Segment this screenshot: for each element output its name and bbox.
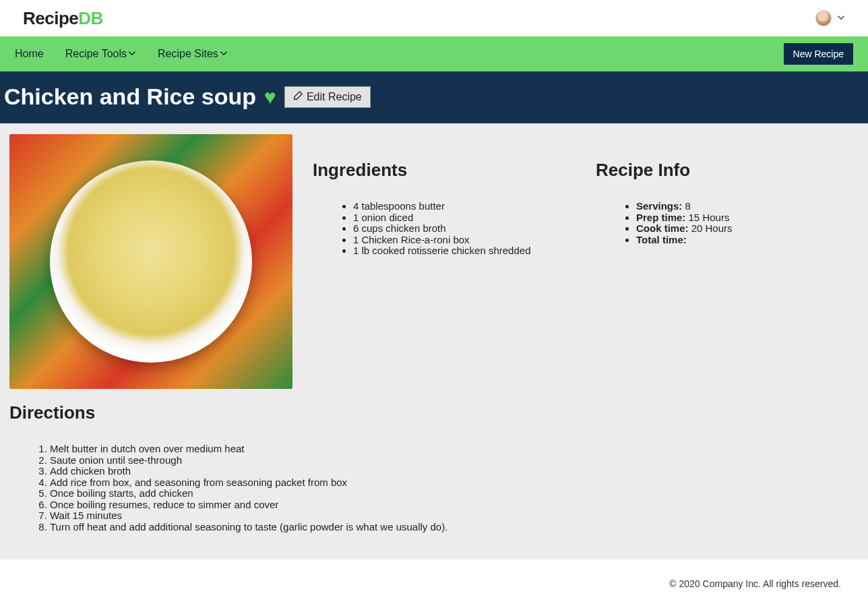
logo[interactable]: RecipeDB [23, 8, 103, 29]
footer: © 2020 Company Inc. All rights reserved. [0, 559, 868, 608]
servings-label: Servings: [636, 200, 682, 212]
direction-step: Once boiling resumes, reduce to simmer a… [50, 499, 859, 511]
direction-step: Wait 15 minutes [50, 510, 859, 522]
info-cook: Cook time: 20 Hours [636, 223, 859, 235]
header: RecipeDB [0, 0, 868, 36]
total-label: Total time: [636, 234, 687, 245]
recipe-info-heading: Recipe Info [596, 160, 859, 181]
direction-step: Once boiling starts, add chicken [50, 488, 859, 499]
recipe-info-section: Recipe Info Servings: 8 Prep time: 15 Ho… [596, 134, 859, 245]
info-servings: Servings: 8 [636, 201, 859, 212]
recipe-image [9, 134, 292, 389]
nav-home[interactable]: Home [15, 48, 44, 60]
ingredient-item: 4 tablespoons butter [353, 201, 576, 212]
title-bar: Chicken and Rice soup ♥ Edit Recipe [0, 71, 868, 123]
directions-list: Melt butter in dutch oven over medium he… [9, 444, 859, 533]
cook-value: 20 Hours [689, 222, 733, 234]
nav-tools-label: Recipe Tools [65, 48, 127, 60]
content: Ingredients 4 tablespoons butter1 onion … [0, 123, 868, 559]
direction-step: Saute onion until see-through [50, 455, 859, 466]
directions-heading: Directions [9, 402, 859, 423]
nav-recipe-tools[interactable]: Recipe Tools [65, 48, 136, 60]
ingredients-heading: Ingredients [313, 160, 576, 181]
direction-step: Melt butter in dutch oven over medium he… [50, 444, 859, 455]
top-grid: Ingredients 4 tablespoons butter1 onion … [9, 134, 859, 389]
ingredients-list: 4 tablespoons butter1 onion diced6 cups … [313, 201, 576, 257]
bowl-illustration [50, 160, 252, 363]
ingredient-item: 6 cups chicken broth [353, 223, 576, 235]
direction-step: Turn off heat and add additional seasoni… [50, 522, 859, 533]
directions-section: Directions Melt butter in dutch oven ove… [9, 402, 859, 533]
new-recipe-button[interactable]: New Recipe [784, 43, 853, 65]
direction-step: Add rice from box, and seasoning from se… [50, 477, 859, 489]
avatar [815, 10, 832, 26]
page-title: Chicken and Rice soup [4, 84, 256, 110]
nav-left: Home Recipe Tools Recipe Sites [15, 48, 228, 60]
ingredient-item: 1 onion diced [353, 212, 576, 224]
chevron-down-icon [220, 48, 228, 60]
user-menu[interactable] [815, 10, 845, 26]
chevron-down-icon [837, 13, 845, 24]
chevron-down-icon [128, 48, 136, 60]
ingredient-item: 1 lb cooked rotisserie chicken shredded [353, 245, 576, 257]
nav-recipe-sites[interactable]: Recipe Sites [158, 48, 228, 60]
footer-text: © 2020 Company Inc. All rights reserved. [669, 578, 841, 589]
recipe-info-list: Servings: 8 Prep time: 15 Hours Cook tim… [596, 201, 859, 245]
cook-label: Cook time: [636, 222, 689, 234]
heart-icon[interactable]: ♥ [264, 86, 276, 109]
info-prep: Prep time: 15 Hours [636, 212, 859, 224]
ingredient-item: 1 Chicken Rice-a-roni box [353, 235, 576, 246]
edit-label: Edit Recipe [307, 91, 362, 103]
logo-text-2: DB [78, 8, 103, 28]
ingredients-section: Ingredients 4 tablespoons butter1 onion … [313, 134, 576, 257]
nav-sites-label: Recipe Sites [158, 48, 218, 60]
edit-recipe-button[interactable]: Edit Recipe [284, 86, 371, 108]
logo-text-1: Recipe [23, 8, 78, 28]
prep-value: 15 Hours [685, 212, 729, 223]
info-total: Total time: [636, 235, 859, 246]
nav-home-label: Home [15, 48, 44, 60]
prep-label: Prep time: [636, 212, 685, 223]
servings-value: 8 [682, 200, 691, 212]
pencil-icon [293, 91, 303, 103]
navbar: Home Recipe Tools Recipe Sites New Recip… [0, 36, 868, 71]
direction-step: Add chicken broth [50, 466, 859, 477]
new-recipe-label: New Recipe [793, 49, 844, 59]
